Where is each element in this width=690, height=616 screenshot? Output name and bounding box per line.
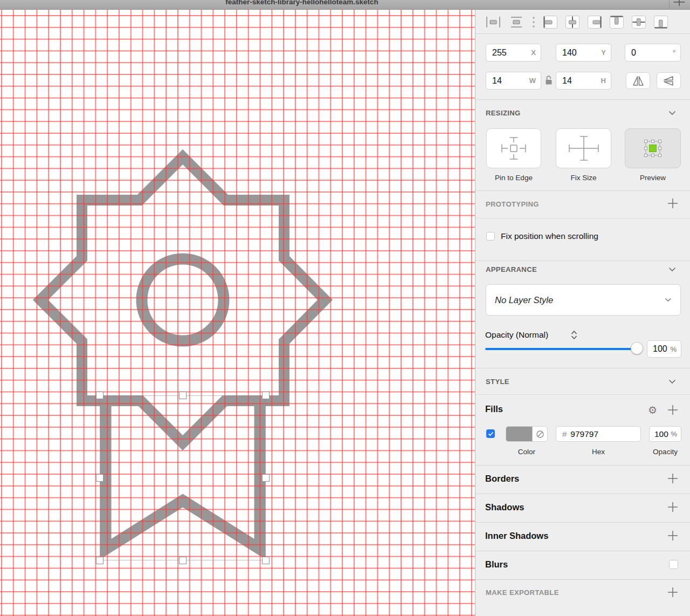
distribute-vertically-icon[interactable] [508,15,525,29]
divider [475,551,690,551]
appearance-collapse-chevron-icon[interactable] [668,267,676,272]
resizing-header: RESIZING [486,109,521,117]
divider [475,190,690,191]
blurs-checkbox[interactable] [669,560,678,569]
style-collapse-chevron-icon[interactable] [668,379,676,384]
inner-shadows-title: Inner Shadows [485,531,548,541]
x-value[interactable]: 255 [492,48,531,58]
alignment-toolbar [485,15,668,29]
fill-hex-field[interactable]: # 979797 [556,426,641,442]
hex-label: Hex [556,448,641,456]
flip-horizontal-button[interactable] [626,72,650,89]
color-swatch [506,427,533,441]
align-middle-vertically-icon[interactable] [631,15,646,29]
selection-handle[interactable] [263,557,270,564]
flip-vertical-icon [663,76,675,86]
blurs-title: Blurs [485,559,508,570]
pin-to-edge-button[interactable] [486,128,541,168]
inspector-panel: 255 X 140 Y 0 ° 14 W 14 H RESIZING [475,10,690,616]
layer-style-value: No Layer Style [495,295,665,305]
shadows-add-icon[interactable] [667,502,678,512]
checkmark-icon [488,432,494,436]
opacity-label: Opacity (Normal) [485,330,548,340]
fill-color-swatch[interactable] [506,426,548,442]
window-title: feather-sketch-library-hellohelloteam.sk… [225,0,378,6]
selection-handle[interactable] [96,392,104,399]
fix-size-button[interactable] [556,128,611,168]
fills-add-icon[interactable] [667,405,678,415]
selection-handle[interactable] [263,475,270,482]
width-suffix: W [529,77,536,85]
resizing-preview-icon [640,137,665,160]
titlebar-separator [669,0,670,10]
blend-mode-stepper-icon[interactable] [570,330,578,340]
align-center-horizontally-icon[interactable] [565,15,580,29]
width-field[interactable]: 14 W [486,72,541,90]
shadows-title: Shadows [485,502,524,512]
divider [475,579,690,580]
fill-enabled-checkbox[interactable] [486,429,495,438]
selection-handle[interactable] [96,557,104,564]
pattern-none-icon[interactable] [533,427,547,441]
fill-opacity-field[interactable]: 100 % [649,426,681,442]
divider [475,394,690,395]
divider [475,218,690,218]
opacity-slider-thumb[interactable] [631,342,643,354]
opacity-value[interactable]: 100 [653,344,670,354]
distribute-horizontally-icon[interactable] [485,15,501,29]
selection-handle[interactable] [96,475,104,482]
hex-value[interactable]: 979797 [570,429,636,439]
color-label: Color [506,448,548,456]
fix-size-label: Fix Size [556,174,611,182]
divider [475,261,690,261]
pin-to-edge-icon [495,133,533,163]
borders-add-icon[interactable] [667,473,678,484]
flip-horizontal-icon [632,76,645,86]
divider [475,522,690,523]
width-value[interactable]: 14 [492,76,529,86]
prototyping-header: PROTOTYPING [486,200,539,208]
lock-aspect-ratio-icon[interactable] [544,75,553,86]
resizing-preview [625,128,681,168]
inner-shadows-add-icon[interactable] [667,530,678,541]
rotation-field[interactable]: 0 ° [625,44,681,61]
align-left-icon[interactable] [543,15,558,29]
flip-vertical-button[interactable] [657,72,681,89]
fill-opacity-value[interactable]: 100 [654,429,671,439]
make-exportable-add-icon[interactable] [667,587,678,598]
toolbar-dots-separator-icon [532,15,536,29]
selection-handle[interactable] [180,392,187,399]
y-position-field[interactable]: 140 Y [556,44,611,61]
layer-style-dropdown[interactable]: No Layer Style [486,284,681,316]
toolbar-plus-icon[interactable] [672,0,688,10]
align-right-icon[interactable] [587,15,602,29]
resizing-collapse-chevron-icon[interactable] [668,111,676,115]
prototyping-add-icon[interactable] [667,198,678,209]
make-exportable-header: MAKE EXPORTABLE [486,588,559,597]
height-value[interactable]: 14 [562,76,601,86]
align-top-icon[interactable] [609,15,624,29]
opacity-percent-suffix: % [670,345,677,353]
y-value[interactable]: 140 [562,48,601,58]
hex-prefix: # [562,429,567,439]
selection-handles-layer [0,0,475,616]
align-bottom-icon[interactable] [653,15,668,29]
opacity-field[interactable]: 100 % [647,340,681,358]
divider [475,33,690,34]
opacity-slider-track[interactable] [485,348,643,350]
selection-bounding-box [100,396,266,560]
canvas[interactable] [0,10,475,616]
height-field[interactable]: 14 H [556,72,611,90]
selection-handle[interactable] [180,557,187,564]
fix-position-label: Fix position when scrolling [501,231,598,241]
rotation-suffix: ° [673,49,675,57]
preview-label: Preview [625,174,681,182]
fix-position-checkbox[interactable] [486,232,495,241]
fills-settings-gear-icon[interactable]: ⚙ [648,405,657,415]
x-position-field[interactable]: 255 X [486,44,541,61]
y-suffix: Y [601,49,606,57]
selection-handle[interactable] [263,392,270,399]
fill-opacity-suffix: % [671,430,677,438]
dropdown-chevron-icon [665,298,672,302]
rotation-value[interactable]: 0 [631,48,673,58]
